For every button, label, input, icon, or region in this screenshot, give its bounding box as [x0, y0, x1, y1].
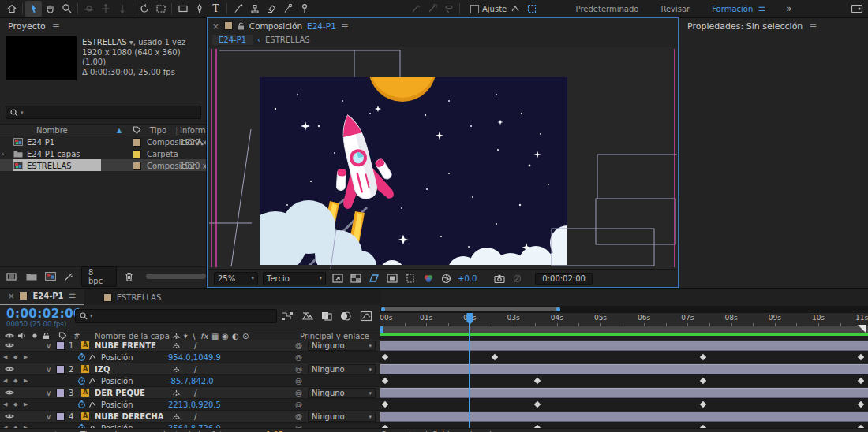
graph-toggle-icon[interactable] — [88, 354, 96, 361]
layer-duration-bar[interactable] — [380, 364, 868, 374]
project-row-e24p1-capas[interactable]: › E24-P1 capas Carpeta — [0, 147, 206, 159]
project-item-name[interactable]: E24-P1 capas — [27, 149, 80, 158]
keyframe-track[interactable] — [380, 399, 868, 411]
project-row-estrellas-selected[interactable]: ESTRELLAS Composición 1920 x .. — [0, 159, 206, 171]
hand-tool[interactable] — [42, 1, 58, 17]
transparency-grid-icon[interactable] — [349, 272, 362, 285]
layer-duration-bar-row[interactable] — [380, 363, 868, 375]
next-keyframe-icon[interactable]: ▶ — [24, 354, 28, 360]
keyframe-track[interactable] — [380, 352, 868, 363]
lock-icon[interactable] — [238, 22, 245, 30]
eye-icon[interactable] — [5, 333, 14, 339]
workspace-tab-revisar[interactable]: Revisar — [660, 5, 690, 13]
add-keyframe-icon[interactable]: ◆ — [13, 354, 17, 360]
composition-panel-header[interactable]: × Composición E24-P1 ≡ — [208, 18, 678, 33]
snapshot-camera-icon[interactable] — [492, 272, 506, 285]
collapse-switch-icon[interactable] — [172, 365, 181, 373]
expander-icon[interactable]: ∨ — [46, 365, 51, 374]
next-keyframe-icon[interactable]: ▶ — [24, 378, 28, 384]
audio-speaker-icon[interactable] — [17, 332, 26, 339]
graph-toggle-icon[interactable] — [88, 378, 96, 385]
keyframe-track[interactable] — [380, 375, 868, 387]
media-browser-icon[interactable] — [848, 1, 865, 17]
shy-icon[interactable] — [172, 332, 181, 340]
layer-name[interactable]: NUBE FRENTE — [95, 341, 156, 350]
column-informacion[interactable]: Información.. — [180, 126, 206, 135]
eraser-tool[interactable] — [263, 1, 279, 17]
layer-name[interactable]: IZQ — [95, 365, 110, 374]
stopwatch-icon[interactable] — [77, 353, 86, 362]
keyframe-diamond[interactable] — [382, 401, 388, 408]
new-composition-icon[interactable] — [45, 272, 56, 281]
viewer-timecode[interactable]: 0:00:02:00 — [535, 273, 593, 285]
snap-checkbox[interactable] — [470, 5, 479, 13]
eye-icon[interactable] — [5, 342, 14, 348]
close-icon[interactable]: × — [212, 21, 219, 31]
add-keyframe-icon[interactable]: ◆ — [13, 401, 17, 408]
pixel-aspect-correction-icon[interactable] — [403, 272, 417, 285]
fx-icon[interactable]: fx — [200, 331, 208, 340]
property-name[interactable]: Posición — [101, 353, 133, 362]
workspace-tab-predeterminado[interactable]: Predeterminado — [576, 5, 639, 13]
property-row-posicion[interactable]: ◀ ◆ ▶ Posición 954.0,1049.9 @ — [0, 352, 380, 363]
keyframe-diamond[interactable] — [534, 378, 541, 384]
property-value[interactable]: -85.7,842.0 — [168, 377, 214, 385]
show-snapshot-icon[interactable] — [511, 272, 524, 285]
region-of-interest-button-icon[interactable] — [385, 272, 398, 285]
project-item-name[interactable]: E24-P1 — [27, 137, 54, 146]
lasso-icon[interactable] — [440, 1, 457, 17]
keyframe-diamond[interactable] — [492, 354, 498, 360]
lock-icon[interactable] — [43, 332, 50, 339]
exposure-value[interactable]: +0.0 — [458, 274, 477, 283]
zoom-tool[interactable] — [58, 1, 75, 17]
parent-select[interactable]: Ninguno ▾ — [308, 364, 376, 374]
keyframe-diamond[interactable] — [382, 354, 388, 360]
layer-color-swatch[interactable] — [56, 389, 65, 397]
three-d-layer-column-icon[interactable]: ⊙ — [242, 331, 249, 340]
always-preview-icon[interactable] — [331, 272, 344, 285]
previous-keyframe-icon[interactable]: ◀ — [3, 354, 7, 360]
sort-ascending-icon[interactable]: ▲ — [117, 127, 122, 134]
column-tipo[interactable]: Tipo — [150, 126, 166, 135]
panel-menu-icon[interactable]: ≡ — [809, 20, 817, 32]
layer-name[interactable]: NUBE DERECHA — [95, 412, 164, 421]
parent-pickwhip-icon[interactable]: @ — [295, 412, 302, 420]
channel-rgb-icon[interactable] — [421, 272, 435, 285]
frame-blend-column-icon[interactable]: ▦ — [211, 331, 219, 340]
next-keyframe-icon[interactable]: ▶ — [24, 401, 28, 408]
label-swatch[interactable] — [133, 150, 141, 158]
keyframe-diamond[interactable] — [699, 378, 705, 384]
column-parent-link[interactable]: Principal y enlace — [300, 331, 369, 340]
quality-icon[interactable]: \ — [193, 331, 195, 340]
add-keyframe-icon[interactable]: ◆ — [13, 378, 17, 384]
previous-keyframe-icon[interactable]: ◀ — [3, 401, 7, 408]
property-pickwhip-icon[interactable]: @ — [295, 377, 302, 385]
mask-visibility-icon[interactable] — [367, 272, 380, 285]
frame-blending-icon[interactable] — [320, 311, 333, 322]
property-name[interactable]: Posición — [101, 400, 133, 409]
graph-editor-icon[interactable] — [360, 311, 372, 322]
puppet-pin-tool[interactable] — [296, 1, 312, 17]
workspace-overflow-chevron[interactable]: » — [786, 3, 791, 14]
new-folder-icon[interactable] — [26, 272, 37, 281]
search-caret-icon[interactable]: ▾ — [21, 110, 24, 116]
workspace-menu-icon[interactable]: ≡ — [758, 3, 765, 14]
motion-blur-icon[interactable] — [339, 311, 352, 322]
keyframe-diamond[interactable] — [534, 401, 541, 408]
layer-row-nube-derecha[interactable]: ∨ 4 A NUBE DERECHA / @ Ninguno ▾ — [0, 411, 380, 423]
timeline-tab-e24p1[interactable]: × E24-P1 ≡ — [0, 289, 84, 305]
roto-brush-tool[interactable] — [279, 1, 296, 17]
work-area-bar[interactable] — [380, 326, 868, 333]
layer-duration-bar[interactable] — [380, 412, 868, 422]
collapse-transformations-icon[interactable]: ✶ — [182, 331, 189, 340]
stopwatch-icon[interactable] — [77, 400, 86, 409]
panel-menu-icon[interactable]: ≡ — [341, 20, 349, 32]
layer-name[interactable]: DER PEQUE — [95, 389, 145, 397]
layer-color-swatch[interactable] — [56, 412, 65, 421]
grid-options-icon[interactable] — [523, 1, 540, 17]
parent-select[interactable]: Ninguno ▾ — [308, 341, 376, 351]
navigator-start-handle[interactable] — [381, 307, 385, 311]
layer-duration-bar-row[interactable] — [380, 387, 868, 399]
expander-icon[interactable]: › — [2, 150, 4, 157]
eye-icon[interactable] — [5, 366, 14, 372]
